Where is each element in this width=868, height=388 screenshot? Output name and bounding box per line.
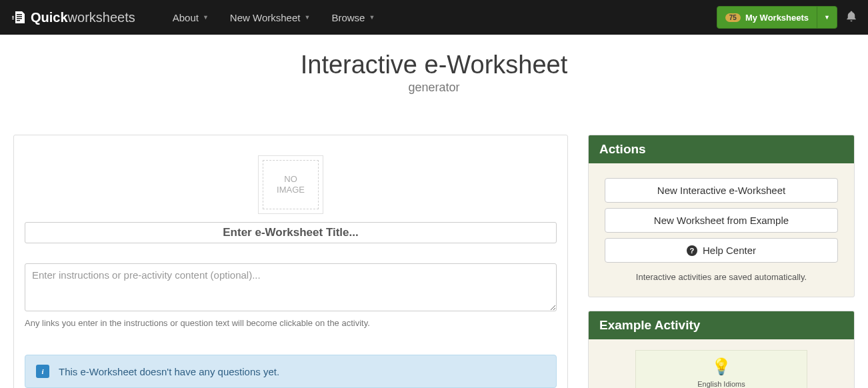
brand-light: worksheets [68, 10, 135, 25]
document-icon [11, 9, 27, 25]
nav-right: 75 My Worksheets ▼ [717, 6, 857, 29]
nav-links: About▼ New Worksheet▼ Browse▼ [162, 2, 386, 33]
example-card-title: English Idioms [697, 380, 745, 388]
autosave-note: Interactive activities are saved automat… [605, 272, 838, 282]
brand-logo[interactable]: Quickworksheets [11, 9, 135, 25]
worksheet-title-input[interactable] [25, 222, 557, 243]
empty-alert-text: This e-Worksheet doesn't have any questi… [59, 366, 279, 377]
new-from-example-button[interactable]: New Worksheet from Example [605, 208, 838, 233]
example-header: Example Activity [589, 311, 854, 339]
editor-panel: NO IMAGE Any links you enter in the inst… [13, 135, 568, 388]
nav-new-worksheet[interactable]: New Worksheet▼ [219, 2, 321, 33]
lightbulb-icon: 💡 [711, 357, 731, 376]
brand-bold: Quick [31, 10, 68, 25]
my-worksheets-dropdown-toggle[interactable]: ▼ [817, 7, 837, 28]
caret-down-icon: ▼ [369, 14, 375, 21]
my-worksheets-button-group: 75 My Worksheets ▼ [717, 6, 837, 29]
svg-rect-2 [12, 19, 14, 19]
question-icon: ? [687, 245, 697, 256]
links-help-text: Any links you enter in the instructions … [25, 318, 557, 328]
new-interactive-button[interactable]: New Interactive e-Worksheet [605, 178, 838, 203]
my-worksheets-button[interactable]: 75 My Worksheets [717, 13, 817, 23]
notifications-bell-icon[interactable] [845, 10, 857, 25]
svg-rect-6 [17, 20, 20, 21]
nav-browse[interactable]: Browse▼ [321, 2, 385, 33]
svg-rect-1 [12, 17, 14, 18]
caret-down-icon: ▼ [304, 14, 310, 21]
actions-header: Actions [589, 135, 854, 163]
caret-down-icon: ▼ [203, 14, 209, 21]
svg-rect-0 [12, 16, 14, 17]
navbar: Quickworksheets About▼ New Worksheet▼ Br… [0, 0, 868, 35]
svg-rect-4 [17, 16, 22, 17]
no-image-label: NO IMAGE [263, 160, 319, 209]
instructions-input[interactable] [25, 263, 557, 311]
svg-rect-5 [17, 18, 22, 19]
my-worksheets-label: My Worksheets [745, 13, 809, 23]
image-placeholder[interactable]: NO IMAGE [258, 155, 323, 214]
actions-panel: Actions New Interactive e-Worksheet New … [588, 135, 855, 297]
example-activity-panel: Example Activity 💡 English Idioms [588, 311, 855, 388]
worksheet-count-badge: 75 [725, 13, 741, 22]
page-title: Interactive e-Worksheet [0, 51, 868, 79]
empty-questions-alert: i This e-Worksheet doesn't have any ques… [25, 355, 557, 388]
page-header: Interactive e-Worksheet generator [0, 35, 868, 101]
info-icon: i [36, 365, 49, 378]
example-activity-card[interactable]: 💡 English Idioms [635, 350, 807, 388]
svg-rect-3 [17, 14, 22, 15]
help-center-button[interactable]: ?Help Center [605, 238, 838, 263]
nav-about[interactable]: About▼ [162, 2, 219, 33]
page-subtitle: generator [0, 81, 868, 95]
